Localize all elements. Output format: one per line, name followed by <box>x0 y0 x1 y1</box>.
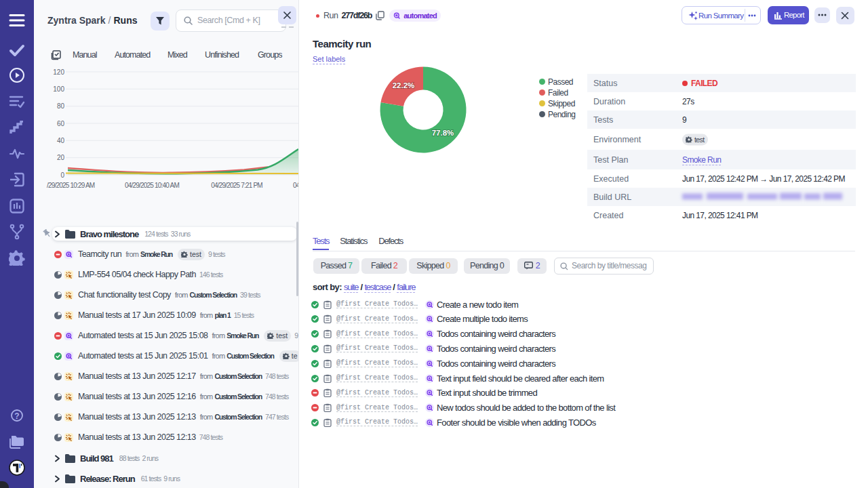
svg-text:/29/2025 10:29 AM: /29/2025 10:29 AM <box>47 182 95 189</box>
svg-text:04/29/2025 7:21 PM: 04/29/2025 7:21 PM <box>211 182 262 189</box>
svg-text:04/29/2025 10:40 AM: 04/29/2025 10:40 AM <box>125 182 179 189</box>
svg-text:100: 100 <box>53 85 64 93</box>
svg-text:20: 20 <box>57 154 65 161</box>
svg-text:04: 04 <box>293 182 298 189</box>
svg-text:?: ? <box>14 411 19 421</box>
svg-text:120: 120 <box>53 68 64 76</box>
svg-text:22.2%: 22.2% <box>393 81 415 89</box>
svg-text:77.8%: 77.8% <box>432 129 454 137</box>
svg-text:40: 40 <box>57 137 65 144</box>
svg-text:80: 80 <box>57 102 65 110</box>
svg-text:0: 0 <box>60 171 64 179</box>
svg-text:60: 60 <box>57 120 65 127</box>
